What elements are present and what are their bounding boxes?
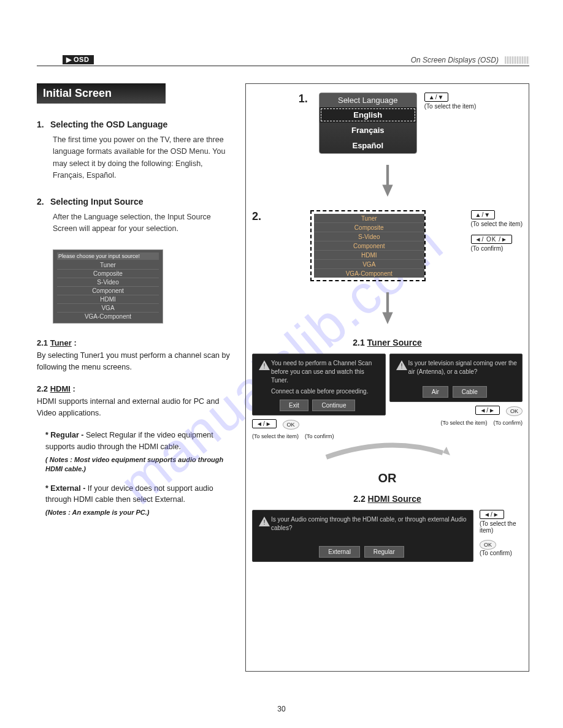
leftright-key-icon: ◄/► [475, 406, 500, 415]
panel-item: S-Video [57, 278, 159, 287]
ok-key-icon: OK [283, 420, 299, 430]
hdmi-shot: ! Is your Audio coming through the HDMI … [252, 510, 473, 562]
source-item: VGA-Component [314, 269, 424, 278]
regular-button: Regular [364, 546, 404, 558]
external-lead: * External - [45, 484, 88, 493]
hint-text: (To confirm) [305, 433, 334, 439]
source-item: Component [314, 241, 424, 251]
cable-button: Cable [453, 386, 487, 398]
sec1-body: The first time you power on the TV, ther… [37, 134, 233, 182]
source-item: Tuner [314, 214, 424, 223]
arrow-down-icon [252, 165, 523, 199]
panel-item: VGA-Component [57, 313, 159, 320]
updown-key-icon: ▲/▼ [471, 210, 496, 219]
tuner-hint-right: ◄/► OK [389, 406, 523, 416]
warning-icon: ! [259, 517, 270, 526]
input-source-panel: Please choose your input source! Tuner C… [53, 249, 163, 324]
tuner-source-title: 2.1 Tuner Source [252, 338, 523, 347]
regular-note: ( Notes : Most video equipment supports … [45, 455, 233, 474]
svg-text:!: ! [400, 362, 402, 370]
panel-item: Composite [57, 270, 159, 278]
arrow-down-icon [252, 292, 523, 327]
ok-key-icon: OK [506, 406, 523, 416]
step2-hints: ▲/▼ (To select the item) ◄/ OK /► (To co… [471, 210, 523, 252]
source-item: Composite [314, 223, 424, 232]
exit-button: Exit [280, 400, 308, 411]
warning-icon: ! [396, 360, 407, 370]
lang-opt-english: English [320, 107, 416, 123]
external-note: (Notes : An example is your PC.) [45, 508, 233, 517]
leftright-key-icon: ◄/► [480, 510, 504, 519]
header-tab: ▶ OSD [63, 55, 94, 64]
page-number: 30 [277, 705, 285, 713]
step2-row: 2. Tuner Composite S-Video Component HDM… [252, 210, 523, 281]
language-select-box: Select Language English Français Español [319, 93, 417, 154]
step2-number: 2. [252, 210, 261, 223]
sub21-heading: 2.1 Tuner : [37, 338, 233, 347]
sec2-body: After the Language selection, the Input … [37, 211, 233, 235]
tuner-hint-right-txt: (To select the item) (To confirm) [389, 420, 523, 426]
step2-hint1: (To select the item) [471, 221, 523, 227]
warning-icon: ! [259, 360, 270, 370]
left-column: Initial Screen 1. Selecting the OSD Lang… [37, 83, 233, 672]
sub22-heading: 2.2 HDMI : [37, 384, 233, 393]
external-block: * External - If your device does not sup… [37, 483, 233, 518]
sec2-num: 2. [37, 197, 48, 207]
or-label: OR [252, 471, 523, 485]
step2-hint2: (To confirm) [471, 245, 504, 252]
panel-item: Component [57, 287, 159, 295]
header-strip [505, 56, 529, 64]
sub22-body: HDMI supports internal and external audi… [37, 396, 233, 419]
lang-title: Select Language [320, 93, 416, 107]
source-dashed-box: Tuner Composite S-Video Component HDMI V… [310, 210, 426, 281]
tuner-shots: ! You need to perform a Channel Scan bef… [252, 354, 523, 439]
sec2-title: Selecting Input Source [50, 197, 144, 207]
source-panel: Tuner Composite S-Video Component HDMI V… [314, 214, 424, 278]
hint-text: (To select the item) [252, 433, 299, 439]
header-right-label: On Screen Displays (OSD) [411, 56, 501, 64]
shot-a-line2: Connect a cable before proceeding. [271, 387, 380, 396]
source-item: HDMI [314, 251, 424, 260]
source-item: S-Video [314, 232, 424, 241]
ok-key-icon: ◄/ OK /► [471, 235, 512, 244]
page-header: ▶ OSD On Screen Displays (OSD) [37, 55, 529, 66]
hdmi-hint1: (To select the item) [480, 520, 516, 534]
tuner-shot-b: ! Is your television signal coming over … [389, 354, 523, 402]
panel-item: Tuner [57, 261, 159, 270]
step1-hint: ▲/▼ (To select the item) [424, 93, 476, 110]
svg-text:!: ! [263, 362, 265, 370]
sub22-label: 2.2 HDMI : [37, 384, 75, 393]
lang-opt-francais: Français [320, 123, 416, 138]
panel-title: Please choose your input source! [57, 252, 159, 260]
right-column: 1. Select Language English Français Espa… [245, 83, 529, 672]
tuner-shot-a: ! You need to perform a Channel Scan bef… [252, 354, 386, 415]
step1-hint-text: (To select the item) [424, 103, 476, 110]
svg-text:!: ! [263, 518, 265, 526]
hdmi-hint2: (To confirm) [480, 550, 512, 556]
sec1-title: Selecting the OSD Language [50, 119, 167, 129]
sub21-body: By selecting Tuner1 you must perform a c… [37, 350, 233, 373]
regular-lead: * Regular - [45, 431, 86, 439]
sec1-heading: 1. Selecting the OSD Language [37, 119, 233, 129]
hdmi-hints: ◄/► (To select the item) OK (To confirm) [480, 510, 523, 556]
updown-key-icon: ▲/▼ [424, 93, 449, 102]
tuner-hint-left-txt: (To select the item) (To confirm) [252, 433, 386, 439]
regular-block: * Regular - Select Regular if the video … [37, 430, 233, 474]
sub21-label: 2.1 Tuner : [37, 338, 77, 347]
air-button: Air [423, 386, 448, 398]
sec1-num: 1. [37, 119, 48, 129]
external-button: External [319, 546, 360, 558]
ok-key-icon: OK [480, 540, 496, 550]
sec2-heading: 2. Selecting Input Source [37, 197, 233, 207]
panel-item: HDMI [57, 295, 159, 304]
shot-a-line1: You need to perform a Channel Scan befor… [271, 359, 380, 385]
continue-button: Continue [312, 400, 355, 411]
source-item: VGA [314, 260, 424, 269]
curve-arrow-icon [252, 442, 523, 463]
step1-row: 1. Select Language English Français Espa… [252, 93, 523, 154]
lang-opt-espanol: Español [320, 138, 416, 153]
hint-text: (To select the item) [440, 420, 487, 426]
shot-b-line1: Is your television signal coming over th… [408, 359, 518, 376]
hdmi-msg: Is your Audio coming through the HDMI ca… [271, 515, 468, 533]
leftright-key-icon: ◄/► [252, 419, 277, 428]
